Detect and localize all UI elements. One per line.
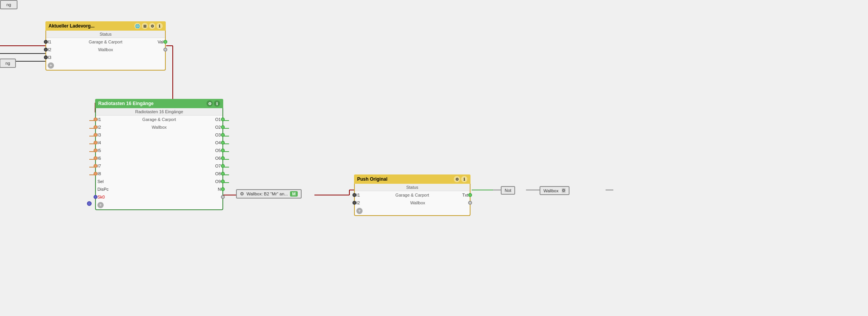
port-sk0-right bbox=[221, 195, 225, 199]
port-radio-o5-right bbox=[221, 149, 225, 152]
info-icon[interactable]: ℹ bbox=[156, 23, 163, 29]
info-icon-radio[interactable]: ℹ bbox=[214, 100, 220, 107]
port-radio-n-right bbox=[221, 187, 225, 191]
port-radio-o7-right bbox=[221, 164, 225, 168]
svg-point-35 bbox=[87, 202, 91, 205]
port-radio-o3-right bbox=[221, 133, 225, 137]
port-val-right bbox=[163, 40, 167, 44]
radio-row-sel: Sel O9 bbox=[96, 178, 222, 185]
port-radio-i6-left bbox=[94, 156, 97, 160]
port-radio-o9-right bbox=[221, 180, 225, 183]
node-push-original: Push Original ⚙ ℹ Status I1 Garage & Car… bbox=[354, 174, 470, 216]
port-radio-o6-right bbox=[221, 156, 225, 160]
grid-icon[interactable]: ⊞ bbox=[142, 23, 148, 29]
port-radio-o1-right bbox=[221, 117, 225, 121]
push-title: Push Original bbox=[357, 176, 387, 182]
radio-row-i7: I7 O7 bbox=[96, 162, 222, 170]
not-label: Not bbox=[505, 188, 511, 193]
aktueller-subtitle: Status bbox=[46, 31, 165, 38]
port-i1-left bbox=[44, 40, 48, 44]
wallbox-middle-label: Wallbox: B2 "Mr" an... bbox=[247, 192, 288, 196]
port-push-txt-right bbox=[468, 193, 472, 197]
radio-row-i4: I4 O4 bbox=[96, 139, 222, 147]
push-row-i2: I2 Wallbox bbox=[355, 199, 470, 207]
aktueller-row-i2: I2 Wallbox bbox=[46, 46, 165, 54]
svg-text:ng: ng bbox=[5, 61, 10, 66]
aktueller-add-button[interactable]: + bbox=[48, 62, 54, 69]
gear-icon-radio[interactable]: ⚙ bbox=[207, 100, 213, 107]
aktueller-row-i1: I1 Garage & Carport Val bbox=[46, 38, 165, 46]
label-i3: I3 bbox=[48, 55, 59, 60]
gear-icon-wallbox-final[interactable]: ⚙ bbox=[562, 188, 566, 193]
aktueller-title: Aktueller Ladevorg... bbox=[49, 23, 95, 29]
center-i1: Garage & Carport bbox=[59, 40, 153, 44]
radio-row-i8: I8 O8 bbox=[96, 170, 222, 178]
radio-row-sk0: Sk0 bbox=[96, 193, 222, 201]
aktueller-footer: + bbox=[46, 61, 165, 70]
globe-icon[interactable]: 🌐 bbox=[134, 23, 141, 29]
gear-icon[interactable]: ⚙ bbox=[149, 23, 155, 29]
gear-icon-wallbox-middle: ⚙ bbox=[240, 191, 244, 197]
label-i2: I2 bbox=[48, 47, 59, 52]
node-radiotasten: Radiotasten 16 Eingänge ⚙ ℹ Radiotasten … bbox=[95, 99, 223, 210]
wallbox-final-box[interactable]: Wallbox ⚙ bbox=[540, 186, 569, 195]
port-push-i2-left bbox=[352, 201, 356, 205]
right-i1: Val bbox=[153, 40, 163, 44]
push-header: Push Original ⚙ ℹ bbox=[354, 174, 470, 184]
push-add-button[interactable]: + bbox=[356, 208, 363, 214]
port-sk0-left bbox=[94, 195, 97, 199]
svg-rect-3 bbox=[0, 59, 16, 67]
port-radio-o4-right bbox=[221, 141, 225, 145]
radiotasten-title: Radiotasten 16 Eingänge bbox=[98, 101, 154, 106]
partial-box: ng bbox=[0, 0, 17, 9]
radiotasten-footer: + bbox=[96, 201, 222, 209]
wallbox-middle-node[interactable]: ⚙ Wallbox: B2 "Mr" an... M bbox=[236, 189, 302, 199]
not-box[interactable]: Not bbox=[501, 186, 515, 195]
node-aktueller: Aktueller Ladevorg... 🌐 ⊞ ⚙ ℹ Status I1 … bbox=[45, 21, 166, 71]
radio-row-i5: I5 O5 bbox=[96, 147, 222, 154]
aktueller-header: Aktueller Ladevorg... 🌐 ⊞ ⚙ ℹ bbox=[45, 21, 166, 31]
wallbox-final-label: Wallbox bbox=[543, 188, 559, 193]
radio-row-i2: I2 Wallbox O2 bbox=[96, 123, 222, 131]
push-row-i1: I1 Garage & Carport Txt bbox=[355, 191, 470, 199]
center-i2: Wallbox bbox=[59, 47, 153, 52]
port-radio-i7-left bbox=[94, 164, 97, 168]
wallbox-middle-badge: M bbox=[290, 191, 297, 197]
label-i1: I1 bbox=[48, 40, 59, 44]
radiotasten-header: Radiotasten 16 Eingänge ⚙ ℹ bbox=[95, 99, 223, 108]
port-radio-i5-left bbox=[94, 149, 97, 152]
port-radio-i8-left bbox=[94, 172, 97, 176]
push-footer: + bbox=[355, 207, 470, 215]
port-i2-left bbox=[44, 48, 48, 52]
port-i2-right bbox=[163, 48, 167, 52]
radio-row-dispc: DisPc N bbox=[96, 185, 222, 193]
port-radio-o8-right bbox=[221, 172, 225, 176]
radiotasten-add-button[interactable]: + bbox=[97, 202, 104, 208]
push-subtitle: Status bbox=[355, 184, 470, 191]
port-push-i2-right bbox=[468, 201, 472, 205]
radio-row-i6: I6 O6 bbox=[96, 154, 222, 162]
port-radio-o2-right bbox=[221, 125, 225, 129]
radiotasten-subtitle: Radiotasten 16 Eingänge bbox=[96, 108, 222, 116]
aktueller-row-i3: I3 bbox=[46, 54, 165, 61]
port-radio-i3-left bbox=[94, 133, 97, 137]
radio-row-i3: I3 O3 bbox=[96, 131, 222, 139]
radio-row-i1: I1 Garage & Carport O1 bbox=[96, 116, 222, 123]
gear-icon-push[interactable]: ⚙ bbox=[454, 176, 460, 182]
port-radio-i4-left bbox=[94, 141, 97, 145]
port-radio-i2-left bbox=[94, 125, 97, 129]
port-i3-left bbox=[44, 55, 48, 59]
info-icon-push[interactable]: ℹ bbox=[461, 176, 467, 182]
port-radio-i1-left bbox=[94, 117, 97, 121]
port-push-i1-left bbox=[352, 193, 356, 197]
